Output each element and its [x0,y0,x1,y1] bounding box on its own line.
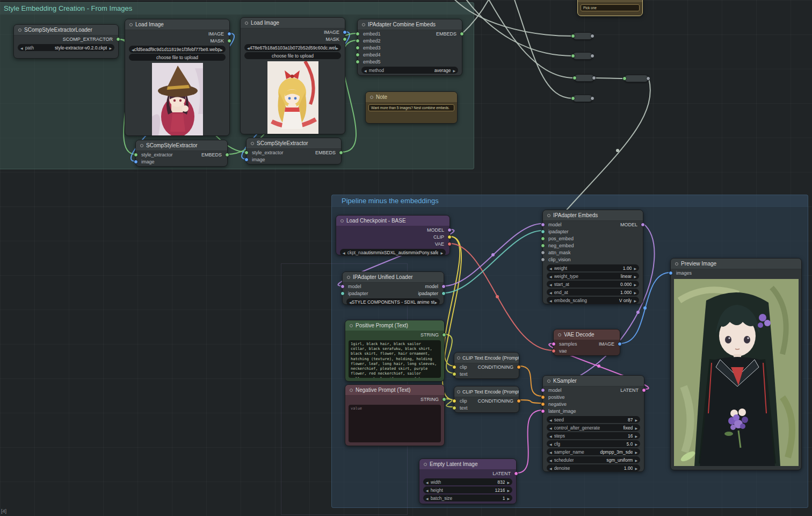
string-output-slot[interactable] [442,333,446,337]
embed2-input-slot[interactable] [356,39,360,43]
node-graph-canvas[interactable]: Style Embedding Creation - From Images P… [0,0,812,516]
start-at-widget[interactable]: start_at 0.000 [547,281,639,288]
model-input-slot[interactable] [541,223,545,227]
next-arrow-icon[interactable] [336,45,338,51]
next-arrow-icon[interactable] [635,457,637,463]
reroute-input-slot[interactable] [571,34,575,38]
node-header[interactable]: Load Checkpoint - BASE [336,216,450,226]
text-input-slot[interactable] [452,372,456,376]
weight-widget[interactable]: weight 1.00 [547,264,639,271]
vae-output-slot[interactable] [447,242,452,246]
model-output-slot[interactable] [447,228,452,232]
reroute-output-slot[interactable] [590,34,595,38]
ckpt-name-widget[interactable]: ckpt_name autismmixSDXL_autismmixPony.sa… [340,249,446,256]
prev-arrow-icon[interactable] [426,488,429,493]
mask-output-slot[interactable] [343,37,347,41]
weight-type-widget[interactable]: weight_type linear [547,273,639,280]
model-output-slot[interactable] [441,284,446,289]
preset-widget[interactable]: STYLE COMPONENTS - SDXL anime style [346,298,440,305]
reroute-node[interactable] [572,95,593,102]
next-arrow-icon[interactable] [635,465,637,471]
collapse-dot-icon[interactable] [547,379,550,383]
next-arrow-icon[interactable] [635,425,637,431]
next-arrow-icon[interactable] [635,449,637,455]
prev-arrow-icon[interactable] [426,479,429,485]
prev-arrow-icon[interactable] [426,496,429,501]
next-arrow-icon[interactable] [634,266,636,271]
style-extractor-input-slot[interactable] [244,150,249,155]
ipadapter-input-slot[interactable] [340,291,345,296]
next-arrow-icon[interactable] [635,441,637,447]
mask-output-slot[interactable] [227,39,231,43]
collapse-dot-icon[interactable] [547,214,550,217]
embeds-output-slot[interactable] [460,32,464,36]
embeds-output-slot[interactable] [225,153,229,157]
path-widget[interactable]: path style-extractor-v0.2.0.ckpt [18,44,114,51]
collapse-dot-icon[interactable] [347,276,350,279]
prev-arrow-icon[interactable] [20,45,23,51]
next-arrow-icon[interactable] [634,290,636,295]
reroute-output-slot[interactable] [592,76,596,80]
latent-image-input-slot[interactable] [541,409,545,413]
node-header[interactable]: Load Image [241,18,345,28]
node-scomp-style-extractor-1[interactable]: SCompStyleExtractor style_extractor EMBE… [135,140,228,167]
reroute-node[interactable] [572,32,593,40]
text-input-slot[interactable] [452,406,456,410]
reroute-output-slot[interactable] [590,54,595,58]
node-header[interactable]: SCompStyleExtractorLoader [14,25,118,35]
image-output-slot[interactable] [343,30,347,34]
cfg-widget[interactable]: cfg 5.0 [547,440,640,447]
prompt-text-area[interactable]: 1girl, black hair, black sailor collar, … [349,340,441,378]
prev-arrow-icon[interactable] [549,274,552,279]
prev-arrow-icon[interactable] [549,282,552,287]
collapse-dot-icon[interactable] [457,356,460,360]
node-positive-prompt[interactable]: Positive Prompt (Text) STRING 1girl, bla… [345,320,445,382]
next-arrow-icon[interactable] [634,274,636,279]
node-ipadapter-unified-loader[interactable]: IPAdapter Unified Loader model model ipa… [342,271,444,305]
node-scomp-style-extractor-loader[interactable]: SCompStyleExtractorLoader SCOMP_EXTRACTO… [13,24,119,59]
next-arrow-icon[interactable] [635,417,637,422]
collapse-dot-icon[interactable] [140,144,143,147]
image-output-slot[interactable] [227,32,231,36]
embed3-input-slot[interactable] [356,46,360,50]
node-header[interactable]: KSampler [543,376,644,386]
embed1-input-slot[interactable] [356,32,360,36]
prev-arrow-icon[interactable] [549,441,552,447]
group-title[interactable]: Pipeline minus the embeddings [332,195,808,207]
node-clip-text-encode-2[interactable]: CLIP Text Encode (Prompt) clip CONDITION… [454,386,519,413]
prev-arrow-icon[interactable] [549,433,552,439]
node-header[interactable]: CLIP Text Encode (Prompt) [454,386,519,397]
next-arrow-icon[interactable] [507,496,510,501]
prompt-text-area[interactable]: value [349,405,441,442]
collapse-dot-icon[interactable] [457,390,460,393]
clip-input-slot[interactable] [452,399,456,403]
reroute-node[interactable] [624,75,649,82]
node-preview-image[interactable]: Preview Image images [670,258,802,470]
embed5-input-slot[interactable] [356,60,360,64]
node-ipadapter-embeds[interactable]: IPAdapter Embeds model MODEL ipadapter p… [542,210,643,304]
image-filename-widget[interactable]: cfd5eadf9c9d1d11819e1f3febf77be8.webp [129,46,226,53]
node-note[interactable]: Note Want more than 5 images? Nest combi… [365,91,458,124]
image-output-slot[interactable] [618,342,622,346]
collapse-dot-icon[interactable] [424,463,427,466]
node-header[interactable]: CLIP Text Encode (Prompt) [454,353,519,363]
node-header[interactable]: IPAdapter Unified Loader [343,272,444,283]
scheduler-widget[interactable]: scheduler sgm_uniform [547,456,640,463]
node-header[interactable]: Load Image [125,19,229,30]
sampler-name-widget[interactable]: sampler_name dpmpp_3m_sde [547,448,640,455]
negative-input-slot[interactable] [541,402,545,406]
denoise-widget[interactable]: denoise 1.00 [547,464,640,471]
embeds-output-slot[interactable] [339,150,343,155]
node-header[interactable]: Preview Image [671,259,801,269]
reroute-input-slot[interactable] [622,76,627,81]
control-after-generate-widget[interactable]: control_after_generate fixed [547,424,640,431]
reroute-node[interactable] [572,52,593,60]
note-text[interactable]: Pick one [581,4,640,11]
node-header[interactable]: SCompStyleExtractor [136,140,227,151]
node-header[interactable]: Empty Latent Image [419,459,516,470]
group-title[interactable]: Style Embedding Creation - From Images [0,3,474,15]
next-arrow-icon[interactable] [109,45,112,51]
node-header[interactable]: VAE Decode [554,329,620,340]
next-arrow-icon[interactable] [220,47,223,52]
clip-output-slot[interactable] [447,235,452,239]
